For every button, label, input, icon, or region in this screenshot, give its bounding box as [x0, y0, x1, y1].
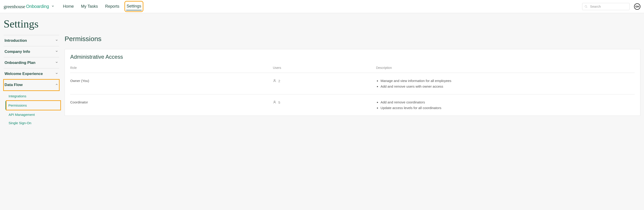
sidebar-section-label: Onboarding Plan — [4, 60, 36, 65]
description-item: Manage and view information for all empl… — [380, 79, 635, 83]
chevron-down-icon — [55, 72, 58, 76]
sidebar-item-single-sign-on[interactable]: Single Sign-On — [8, 119, 59, 127]
nav-settings[interactable]: Settings — [126, 2, 142, 10]
description-cell: Add and remove coordinators Update acces… — [376, 100, 635, 110]
admin-access-panel: Administrative Access Role Users Descrip… — [64, 49, 640, 116]
settings-sidebar: Introduction Company Info Onboarding Pla… — [4, 35, 59, 128]
chevron-down-icon — [55, 50, 58, 54]
main-title: Permissions — [64, 35, 640, 43]
role-cell: Coordinator — [70, 100, 269, 104]
role-cell: Owner (You) — [70, 79, 269, 83]
users-cell: 2 — [273, 79, 372, 83]
topbar: greenhouse Onboarding Home My Tasks Repo… — [0, 0, 644, 13]
search-icon — [584, 5, 588, 8]
sidebar-section-label: Welcome Experience — [4, 72, 43, 76]
search-box — [582, 3, 630, 10]
chevron-down-icon — [55, 38, 58, 43]
table-row[interactable]: Owner (You) 2 Manage and view informatio… — [70, 73, 635, 94]
col-role: Role — [70, 66, 269, 70]
table-row[interactable]: Coordinator 5 Add and remove coordinator… — [70, 94, 635, 116]
sidebar-section-label: Introduction — [4, 38, 27, 43]
user-icon — [273, 100, 276, 104]
sidebar-section-label: Company Info — [4, 50, 30, 54]
chevron-down-icon — [51, 4, 54, 8]
sidebar-data-flow-children: Integrations Permissions API Management … — [4, 90, 59, 128]
sidebar-item-integrations[interactable]: Integrations — [8, 92, 59, 100]
logo-brand: greenhouse — [4, 4, 25, 10]
permissions-table: Role Users Description Owner (You) 2 — [70, 66, 635, 116]
sidebar-item-permissions[interactable]: Permissions — [6, 101, 60, 110]
description-cell: Manage and view information for all empl… — [376, 79, 635, 88]
users-count: 5 — [278, 100, 280, 104]
description-item: Add and remove coordinators — [380, 100, 635, 104]
chevron-down-icon — [55, 60, 58, 65]
avatar-initials: GH — [636, 5, 639, 8]
sidebar-section-introduction[interactable]: Introduction — [4, 35, 59, 46]
chevron-up-icon — [55, 83, 58, 87]
main-content: Permissions Administrative Access Role U… — [64, 35, 640, 116]
svg-point-2 — [274, 80, 275, 80]
table-header: Role Users Description — [70, 66, 635, 73]
avatar[interactable]: GH — [634, 4, 640, 10]
nav-reports[interactable]: Reports — [104, 3, 120, 10]
sidebar-section-onboarding-plan[interactable]: Onboarding Plan — [4, 57, 59, 68]
sidebar-section-company-info[interactable]: Company Info — [4, 46, 59, 57]
main-nav: Home My Tasks Reports Settings — [62, 2, 142, 10]
page-body: Settings Introduction Company Info Onboa… — [0, 13, 644, 210]
settings-layout: Introduction Company Info Onboarding Pla… — [4, 35, 640, 128]
sidebar-item-permissions-wrap: Permissions — [6, 101, 60, 110]
topbar-right: GH — [582, 3, 640, 10]
users-cell: 5 — [273, 100, 372, 104]
nav-my-tasks[interactable]: My Tasks — [80, 3, 98, 10]
nav-home[interactable]: Home — [62, 3, 74, 10]
panel-title: Administrative Access — [70, 54, 635, 60]
search-input[interactable] — [582, 3, 630, 10]
product-switcher[interactable]: greenhouse Onboarding — [4, 4, 54, 10]
svg-line-1 — [587, 7, 587, 8]
svg-point-0 — [585, 6, 587, 7]
description-item: Add and remove users with owner access — [380, 84, 635, 88]
users-count: 2 — [278, 79, 280, 83]
col-description: Description — [376, 66, 635, 70]
sidebar-section-label: Data Flow — [4, 83, 22, 87]
sidebar-section-data-flow[interactable]: Data Flow — [4, 80, 59, 90]
sidebar-item-api-management[interactable]: API Management — [8, 110, 59, 119]
description-item: Update access levels for all coordinator… — [380, 106, 635, 110]
svg-point-3 — [274, 101, 275, 102]
sidebar-section-welcome-experience[interactable]: Welcome Experience — [4, 68, 59, 80]
col-users: Users — [273, 66, 372, 70]
logo-product: Onboarding — [26, 4, 49, 9]
page-title: Settings — [4, 18, 640, 30]
user-icon — [273, 79, 276, 83]
